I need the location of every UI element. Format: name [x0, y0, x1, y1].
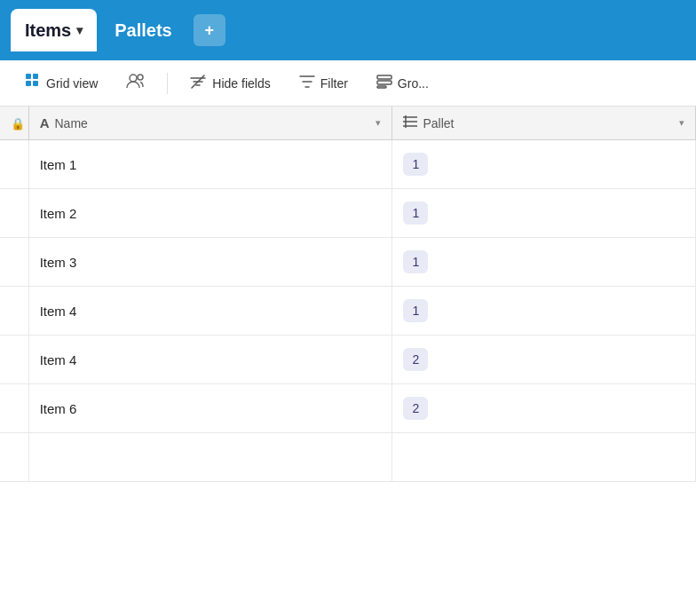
cell-name[interactable]: Item 3 — [28, 238, 392, 287]
add-tab-button[interactable]: + — [194, 14, 225, 46]
svg-rect-1 — [33, 74, 38, 79]
svg-point-4 — [130, 75, 137, 82]
col-pallet-type-icon — [403, 115, 417, 130]
cell-pallet[interactable] — [392, 433, 696, 482]
hide-fields-label: Hide fields — [212, 76, 270, 91]
group-icon — [376, 75, 392, 91]
table-row[interactable]: Item 21 — [0, 189, 696, 238]
pallet-badge: 2 — [403, 397, 428, 420]
table-body: Item 11Item 21Item 31Item 41Item 42Item … — [0, 140, 696, 482]
cell-pallet[interactable]: 2 — [392, 384, 696, 433]
cell-pallet[interactable]: 2 — [392, 336, 696, 384]
grid-table: 🔒 A Name ▾ — [0, 107, 696, 482]
table-row[interactable]: Item 31 — [0, 238, 696, 287]
lock-icon: 🔒 — [11, 117, 25, 130]
filter-button[interactable]: Filter — [289, 69, 359, 97]
col-header-lock: 🔒 — [0, 107, 28, 140]
pallet-badge: 2 — [403, 348, 428, 371]
col-pallet-label: Pallet — [423, 116, 454, 130]
group-button[interactable]: Gro... — [366, 69, 439, 97]
grid-icon — [25, 73, 41, 93]
cell-name[interactable]: Item 4 — [28, 287, 392, 336]
table-row[interactable]: Item 11 — [0, 140, 696, 189]
users-icon — [126, 73, 146, 93]
cell-lock — [0, 384, 28, 433]
col-name-label: Name — [54, 116, 87, 130]
svg-rect-9 — [377, 86, 386, 88]
tab-pallets[interactable]: Pallets — [100, 9, 186, 51]
cell-name[interactable] — [28, 433, 392, 482]
pallet-badge: 1 — [403, 299, 428, 322]
cell-lock — [0, 336, 28, 384]
col-pallet-chevron-icon: ▾ — [679, 117, 684, 129]
cell-lock — [0, 238, 28, 287]
group-label: Gro... — [398, 76, 429, 91]
cell-name[interactable]: Item 6 — [28, 384, 392, 433]
svg-rect-8 — [377, 81, 392, 84]
svg-rect-2 — [26, 81, 31, 86]
table-row[interactable]: Item 42 — [0, 336, 696, 384]
table-row[interactable]: Item 62 — [0, 384, 696, 433]
col-name-chevron-icon: ▾ — [376, 117, 381, 129]
hide-fields-icon — [189, 75, 207, 91]
grid-header: 🔒 A Name ▾ — [0, 107, 696, 140]
tab-items[interactable]: Items ▾ — [11, 9, 97, 51]
col-header-name[interactable]: A Name ▾ — [28, 107, 392, 140]
tab-pallets-label: Pallets — [115, 20, 171, 41]
filter-label: Filter — [320, 76, 348, 91]
pallet-badge: 1 — [403, 201, 428, 225]
users-button[interactable] — [115, 67, 156, 99]
cell-pallet[interactable]: 1 — [392, 287, 696, 336]
grid-view-label: Grid view — [46, 76, 98, 91]
col-header-pallet[interactable]: Pallet ▾ — [392, 107, 696, 140]
grid-container: 🔒 A Name ▾ — [0, 107, 696, 616]
hide-fields-button[interactable]: Hide fields — [178, 69, 281, 97]
svg-rect-7 — [377, 75, 392, 79]
add-tab-icon: + — [204, 21, 214, 40]
cell-pallet[interactable]: 1 — [392, 189, 696, 238]
cell-name[interactable]: Item 2 — [28, 189, 392, 238]
cell-lock — [0, 433, 28, 482]
toolbar-separator-1 — [167, 73, 168, 94]
svg-point-5 — [138, 75, 143, 80]
svg-rect-0 — [26, 74, 31, 79]
filter-icon — [299, 75, 315, 91]
cell-lock — [0, 287, 28, 336]
table-row[interactable] — [0, 433, 696, 482]
cell-lock — [0, 189, 28, 238]
pallet-badge: 1 — [403, 153, 428, 176]
svg-rect-3 — [33, 81, 38, 86]
col-name-type-icon: A — [40, 115, 50, 130]
cell-name[interactable]: Item 4 — [28, 336, 392, 384]
cell-pallet[interactable]: 1 — [392, 140, 696, 189]
cell-pallet[interactable]: 1 — [392, 238, 696, 287]
tab-items-label: Items — [25, 20, 71, 41]
tab-bar: Items ▾ Pallets + — [0, 0, 696, 60]
tab-items-chevron-icon: ▾ — [76, 23, 83, 37]
grid-view-button[interactable]: Grid view — [14, 67, 108, 99]
cell-name[interactable]: Item 1 — [28, 140, 392, 189]
cell-lock — [0, 140, 28, 189]
pallet-badge: 1 — [403, 250, 428, 273]
toolbar: Grid view Hide fields — [0, 60, 696, 107]
table-row[interactable]: Item 41 — [0, 287, 696, 336]
